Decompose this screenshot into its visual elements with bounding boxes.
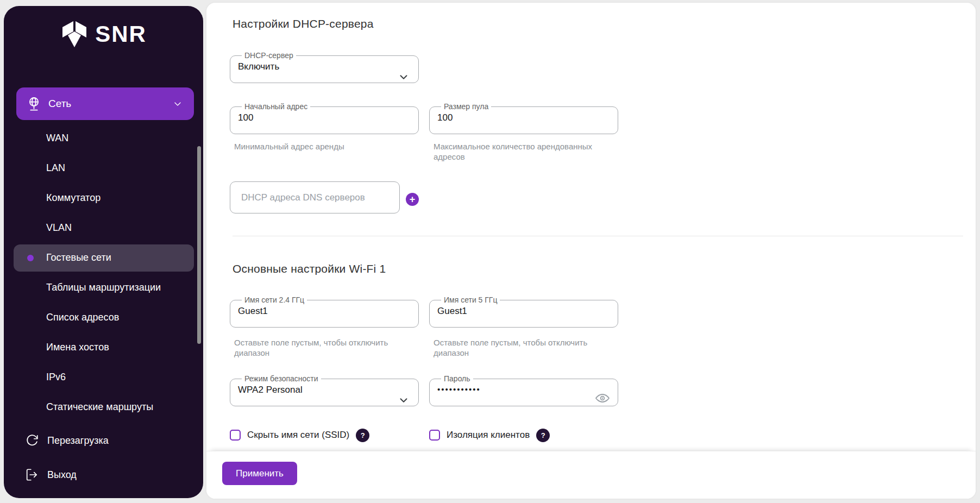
security-mode-label: Режим безопасности — [242, 375, 321, 382]
ssid-24ghz-field[interactable]: Имя сети 2.4 ГГц — [230, 296, 419, 328]
dhcp-server-select-label: DHCP-сервер — [242, 52, 296, 59]
sidebar-item-network-label: Сеть — [48, 98, 71, 110]
pool-size-input[interactable] — [437, 112, 610, 123]
brand-logo: SNR — [4, 6, 203, 41]
ssid-24ghz-label: Имя сети 2.4 ГГц — [242, 296, 307, 304]
hide-ssid-help-icon[interactable]: ? — [356, 429, 369, 442]
ssid-24ghz-input[interactable] — [238, 306, 411, 317]
ssid-24ghz-helper: Оставьте поле пустым, чтобы отключить ди… — [234, 337, 397, 358]
client-isolation-label: Изоляция клиентов — [447, 430, 530, 441]
dns-servers-input[interactable] — [240, 192, 390, 204]
start-address-input[interactable] — [238, 112, 411, 123]
chevron-down-icon — [398, 394, 410, 406]
sidebar-item-routing-tables[interactable]: Таблицы маршрутизации — [4, 273, 203, 303]
main-content: Настройки DHCP-сервера DHCP-сервер Включ… — [206, 3, 976, 499]
sidebar-item-ipv6[interactable]: IPv6 — [4, 362, 203, 392]
sidebar-item-vlan[interactable]: VLAN — [4, 213, 203, 243]
ssid-5ghz-input[interactable] — [437, 306, 610, 317]
snr-cube-logo-icon — [60, 20, 89, 49]
hide-ssid-row: Скрыть имя сети (SSID) ? — [230, 428, 369, 442]
start-address-helper: Минимальный адрес аренды — [234, 141, 397, 152]
sidebar-item-reboot[interactable]: Перезагрузка — [4, 427, 203, 454]
sidebar-item-logout[interactable]: Выход — [4, 461, 203, 488]
dns-servers-field[interactable] — [230, 181, 400, 213]
password-label: Пароль — [441, 375, 473, 382]
ssid-5ghz-helper: Оставьте поле пустым, чтобы отключить ди… — [434, 337, 596, 358]
security-mode-value: WPA2 Personal — [238, 385, 411, 395]
pool-size-label: Размер пула — [441, 103, 491, 110]
show-password-eye-icon[interactable] — [595, 391, 610, 405]
reboot-icon — [25, 433, 39, 448]
pool-size-field[interactable]: Размер пула — [429, 103, 618, 134]
sidebar-submenu: WAN LAN Коммутатор VLAN Гостевые сети Та… — [4, 123, 203, 422]
sidebar-item-address-list[interactable]: Список адресов — [4, 303, 203, 332]
client-isolation-row: Изоляция клиентов ? — [429, 428, 550, 442]
sidebar-scrollbar-thumb[interactable] — [197, 146, 201, 344]
sidebar-item-static-routes[interactable]: Статические маршруты — [4, 392, 203, 422]
logout-icon — [25, 468, 39, 482]
sidebar: SNR Сеть WAN LAN Коммутатор VLAN Гостевы… — [4, 6, 203, 498]
hide-ssid-label: Скрыть имя сети (SSID) — [247, 430, 349, 441]
sidebar-item-lan[interactable]: LAN — [4, 153, 203, 183]
pool-size-helper: Максимальное количество арендованных адр… — [434, 141, 596, 162]
sidebar-item-wan[interactable]: WAN — [4, 123, 203, 153]
chevron-down-icon — [398, 71, 410, 83]
section-divider — [233, 236, 963, 236]
password-input[interactable] — [437, 385, 573, 394]
sidebar-item-hostnames[interactable]: Имена хостов — [4, 332, 203, 362]
wifi-section-title: Основные настройки Wi-Fi 1 — [233, 262, 386, 275]
dhcp-section-title: Настройки DHCP-сервера — [233, 17, 374, 30]
ssid-5ghz-label: Имя сети 5 ГГц — [441, 296, 500, 304]
sidebar-item-network[interactable]: Сеть — [16, 87, 194, 120]
dhcp-server-select[interactable]: DHCP-сервер Включить — [230, 52, 419, 83]
form-footer: Применить — [206, 451, 976, 499]
client-isolation-help-icon[interactable]: ? — [536, 429, 550, 442]
start-address-field[interactable]: Начальный адрес — [230, 103, 419, 134]
sidebar-item-guest-networks[interactable]: Гостевые сети — [4, 243, 203, 273]
sidebar-item-reboot-label: Перезагрузка — [47, 435, 109, 447]
sidebar-item-logout-label: Выход — [47, 469, 77, 481]
apply-button[interactable]: Применить — [222, 462, 297, 485]
brand-logo-text: SNR — [95, 21, 147, 47]
ssid-5ghz-field[interactable]: Имя сети 5 ГГц — [429, 296, 618, 328]
active-item-dot-icon — [27, 255, 34, 261]
sidebar-item-switch[interactable]: Коммутатор — [4, 183, 203, 213]
security-mode-select[interactable]: Режим безопасности WPA2 Personal — [230, 375, 419, 406]
start-address-label: Начальный адрес — [242, 103, 310, 110]
add-dns-server-button[interactable]: + — [406, 193, 419, 206]
client-isolation-checkbox[interactable] — [429, 430, 440, 441]
dhcp-server-select-value: Включить — [238, 61, 411, 72]
password-field[interactable]: Пароль — [429, 375, 618, 406]
hide-ssid-checkbox[interactable] — [230, 430, 241, 441]
chevron-down-icon — [172, 98, 183, 109]
globe-network-icon — [26, 96, 42, 112]
